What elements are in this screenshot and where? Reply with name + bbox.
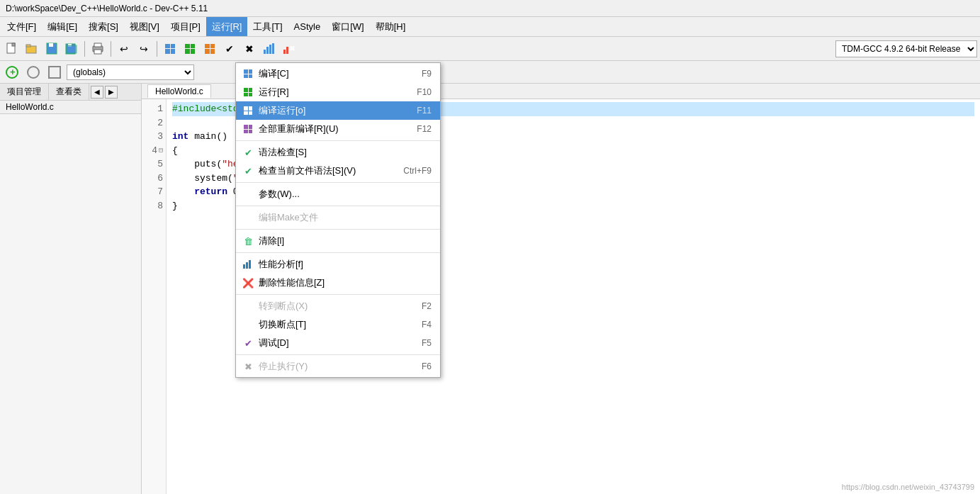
menu-project[interactable]: 项目[P] xyxy=(165,17,206,36)
new-btn[interactable] xyxy=(3,40,21,58)
rebuild-icon xyxy=(242,123,254,135)
syntax-file-label: 检查当前文件语法[S](V) xyxy=(259,164,399,177)
edit-make-icon xyxy=(242,211,254,224)
menu-toggle-bp[interactable]: 切换断点[T] F4 xyxy=(236,315,440,334)
menu-run-item[interactable]: 运行[R] F10 xyxy=(236,83,440,101)
line-num-8: 8 xyxy=(145,199,163,213)
title-bar: D:\workSpace\Dev_C++\HelloWorld.c - Dev-… xyxy=(0,0,980,17)
toggle-bp-label: 切换断点[T] xyxy=(259,318,417,331)
svg-text:+: + xyxy=(10,67,16,77)
menu-bar: 文件[F] 编辑[E] 搜索[S] 视图[V] 项目[P] 运行[R] 工具[T… xyxy=(0,17,980,37)
toggle-bp-icon xyxy=(242,318,254,331)
menu-compile-run[interactable]: 编译运行[o] F11 xyxy=(236,101,440,120)
menu-params[interactable]: 参数(W)... xyxy=(236,185,440,203)
menu-window[interactable]: 窗口[W] xyxy=(326,17,370,36)
menu-run[interactable]: 运行[R] xyxy=(206,17,248,36)
menu-file[interactable]: 文件[F] xyxy=(1,17,42,36)
svg-rect-5 xyxy=(49,43,53,47)
sidebar-nav-prev[interactable]: ◀ xyxy=(91,86,103,99)
menu-rebuild[interactable]: 全部重新编译[R](U) F12 xyxy=(236,120,440,138)
sep-1 xyxy=(236,140,440,141)
goto-bp-label: 转到断点(X) xyxy=(259,300,417,313)
menu-stop: ✖ 停止执行(Y) F6 xyxy=(236,357,440,376)
compile-shortcut: F9 xyxy=(422,69,432,79)
compile-label: 编译[C] xyxy=(259,67,417,80)
debug-step-btn[interactable] xyxy=(24,63,43,82)
open-btn[interactable] xyxy=(23,40,41,58)
sep1 xyxy=(84,41,85,57)
stop-shortcut: F6 xyxy=(422,361,432,371)
scope-dropdown[interactable]: (globals) xyxy=(67,64,194,80)
watermark: https://blog.csdn.net/weixin_43743799 xyxy=(842,483,974,491)
menu-edit-make: 编辑Make文件 xyxy=(236,208,440,227)
menu-help[interactable]: 帮助[H] xyxy=(370,17,412,36)
menu-view[interactable]: 视图[V] xyxy=(124,17,165,36)
svg-rect-22 xyxy=(49,67,60,78)
menu-syntax-check[interactable]: ✔ 语法检查[S] xyxy=(236,143,440,162)
svg-rect-10 xyxy=(94,43,101,47)
svg-rect-24 xyxy=(246,262,248,269)
goto-bp-shortcut: F2 xyxy=(422,301,432,311)
print-btn[interactable] xyxy=(89,40,107,58)
editor-tab[interactable]: HelloWorld.c xyxy=(147,84,211,98)
panel-area: 项目管理 查看类 ◀ ▶ HelloWorld.c HelloWorld.c 1… xyxy=(0,84,980,494)
sep-2 xyxy=(236,182,440,183)
perf-btn[interactable] xyxy=(260,40,278,58)
redo-btn[interactable]: ↪ xyxy=(135,40,153,58)
sidebar-tab-project[interactable]: 项目管理 xyxy=(0,84,49,100)
sep2 xyxy=(111,41,111,57)
syntax-icon: ✔ xyxy=(242,146,254,159)
syntax-file-shortcut: Ctrl+F9 xyxy=(403,166,432,176)
menu-profile[interactable]: 性能分析[f] xyxy=(236,255,440,274)
svg-rect-1 xyxy=(12,43,15,46)
run-btn[interactable] xyxy=(181,40,199,58)
save-all-btn[interactable] xyxy=(62,40,81,58)
debug-btn[interactable]: ✔ xyxy=(220,40,239,58)
menu-edit[interactable]: 编辑[E] xyxy=(42,17,83,36)
compiler-dropdown[interactable]: TDM-GCC 4.9.2 64-bit Release xyxy=(835,40,977,57)
svg-rect-13 xyxy=(266,47,269,54)
svg-rect-17 xyxy=(286,47,288,54)
save-btn[interactable] xyxy=(43,40,61,58)
svg-rect-8 xyxy=(67,45,77,53)
title-text: D:\workSpace\Dev_C++\HelloWorld.c - Dev-… xyxy=(6,4,208,13)
menu-compile[interactable]: 编译[C] F9 xyxy=(236,64,440,83)
sidebar-tab-class[interactable]: 查看类 xyxy=(49,84,89,100)
svg-rect-23 xyxy=(243,264,245,269)
file-tab[interactable]: HelloWorld.c xyxy=(0,101,141,114)
run-shortcut: F10 xyxy=(417,87,432,97)
svg-rect-14 xyxy=(269,45,271,54)
menu-debug[interactable]: ✔ 调试[D] F5 xyxy=(236,334,440,352)
sep-3 xyxy=(236,206,440,206)
rebuild-shortcut: F12 xyxy=(417,124,432,134)
delete-perf-icon: ❌ xyxy=(242,276,254,289)
toolbar-1: ↩ ↪ ✔ ✖ ✖ TDM-GCC 4.9.2 64-bit Release xyxy=(0,37,980,61)
sidebar-nav-next[interactable]: ▶ xyxy=(105,86,118,99)
params-icon xyxy=(242,188,254,201)
debug-block-btn[interactable] xyxy=(45,63,64,82)
add-watch-btn[interactable]: + xyxy=(3,63,21,82)
perf-label: 性能分析[f] xyxy=(259,258,432,271)
sidebar: 项目管理 查看类 ◀ ▶ HelloWorld.c xyxy=(0,84,142,494)
svg-rect-3 xyxy=(26,45,30,47)
clean-label: 清除[l] xyxy=(259,235,432,247)
menu-tools[interactable]: 工具[T] xyxy=(247,17,288,36)
menu-astyle[interactable]: AStyle xyxy=(288,17,327,36)
menu-clean[interactable]: 🗑 清除[l] xyxy=(236,232,440,250)
menu-search[interactable]: 搜索[S] xyxy=(83,17,124,36)
undo-btn[interactable]: ↩ xyxy=(115,40,133,58)
syntax-file-icon: ✔ xyxy=(242,164,254,177)
syntax-label: 语法检查[S] xyxy=(259,146,427,159)
debug-icon: ✔ xyxy=(242,337,254,349)
compile-run-label: 编译运行[o] xyxy=(259,104,412,117)
compile-run-btn[interactable] xyxy=(201,40,219,58)
del-perf-btn[interactable]: ✖ xyxy=(280,40,298,58)
rebuild-label: 全部重新编译[R](U) xyxy=(259,123,412,135)
line-num-5: 5 xyxy=(145,157,163,172)
compile-run-icon xyxy=(242,104,254,117)
stop-btn[interactable]: ✖ xyxy=(240,40,259,58)
compile-btn[interactable] xyxy=(161,40,179,58)
menu-delete-profile[interactable]: ❌ 删除性能信息[Z] xyxy=(236,274,440,292)
menu-syntax-file[interactable]: ✔ 检查当前文件语法[S](V) Ctrl+F9 xyxy=(236,162,440,180)
svg-rect-12 xyxy=(264,50,266,54)
